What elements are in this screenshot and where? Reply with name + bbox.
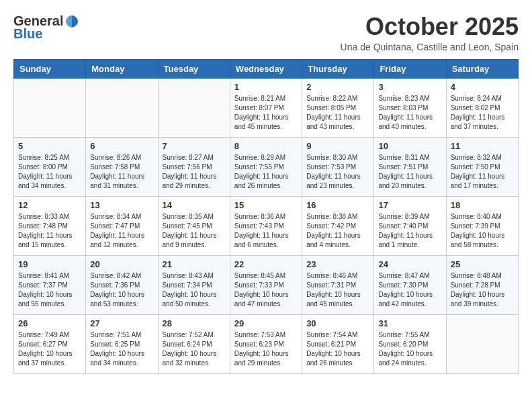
day-info: Sunrise: 8:30 AMSunset: 7:53 PMDaylight:… [306, 153, 369, 191]
day-info: Sunrise: 8:41 AMSunset: 7:37 PMDaylight:… [18, 271, 81, 309]
calendar-cell: 27Sunrise: 7:51 AMSunset: 6:25 PMDayligh… [86, 314, 158, 373]
day-info: Sunrise: 8:26 AMSunset: 7:58 PMDaylight:… [90, 153, 153, 191]
calendar-cell: 20Sunrise: 8:42 AMSunset: 7:36 PMDayligh… [86, 255, 158, 314]
day-number: 9 [306, 141, 369, 151]
day-info: Sunrise: 8:23 AMSunset: 8:03 PMDaylight:… [378, 94, 441, 132]
calendar-cell: 19Sunrise: 8:41 AMSunset: 7:37 PMDayligh… [14, 255, 86, 314]
day-info: Sunrise: 8:47 AMSunset: 7:30 PMDaylight:… [378, 271, 441, 309]
day-info: Sunrise: 8:21 AMSunset: 8:07 PMDaylight:… [234, 94, 298, 132]
day-number: 21 [163, 259, 226, 269]
calendar-table: SundayMondayTuesdayWednesdayThursdayFrid… [13, 59, 519, 374]
calendar-cell: 16Sunrise: 8:38 AMSunset: 7:42 PMDayligh… [302, 196, 374, 255]
day-number: 13 [90, 200, 153, 210]
calendar-cell: 2Sunrise: 8:22 AMSunset: 8:05 PMDaylight… [302, 78, 374, 137]
day-info: Sunrise: 8:46 AMSunset: 7:31 PMDaylight:… [306, 271, 369, 309]
calendar-cell: 12Sunrise: 8:33 AMSunset: 7:48 PMDayligh… [14, 196, 86, 255]
calendar-cell: 15Sunrise: 8:36 AMSunset: 7:43 PMDayligh… [230, 196, 302, 255]
day-info: Sunrise: 8:32 AMSunset: 7:50 PMDaylight:… [451, 153, 514, 191]
day-info: Sunrise: 7:49 AMSunset: 6:27 PMDaylight:… [18, 330, 81, 368]
day-info: Sunrise: 8:40 AMSunset: 7:39 PMDaylight:… [451, 212, 514, 250]
day-number: 10 [378, 141, 441, 151]
weekday-header-row: SundayMondayTuesdayWednesdayThursdayFrid… [14, 59, 519, 78]
calendar-cell: 4Sunrise: 8:24 AMSunset: 8:02 PMDaylight… [446, 78, 518, 137]
day-number: 29 [234, 318, 298, 328]
calendar-cell: 29Sunrise: 7:53 AMSunset: 6:23 PMDayligh… [230, 314, 302, 373]
calendar-cell: 25Sunrise: 8:48 AMSunset: 7:28 PMDayligh… [446, 255, 518, 314]
calendar-cell: 7Sunrise: 8:27 AMSunset: 7:56 PMDaylight… [158, 137, 230, 196]
calendar-week-row: 12Sunrise: 8:33 AMSunset: 7:48 PMDayligh… [14, 196, 519, 255]
title-block: October 2025 Una de Quintana, Castille a… [341, 13, 519, 52]
day-number: 7 [163, 141, 226, 151]
calendar-cell: 10Sunrise: 8:31 AMSunset: 7:51 PMDayligh… [374, 137, 446, 196]
calendar-cell: 9Sunrise: 8:30 AMSunset: 7:53 PMDaylight… [302, 137, 374, 196]
day-info: Sunrise: 7:53 AMSunset: 6:23 PMDaylight:… [234, 330, 298, 368]
day-info: Sunrise: 8:27 AMSunset: 7:56 PMDaylight:… [163, 153, 226, 191]
calendar-cell: 18Sunrise: 8:40 AMSunset: 7:39 PMDayligh… [446, 196, 518, 255]
day-info: Sunrise: 8:39 AMSunset: 7:40 PMDaylight:… [378, 212, 441, 250]
day-number: 6 [90, 141, 153, 151]
day-info: Sunrise: 8:25 AMSunset: 8:00 PMDaylight:… [18, 153, 81, 191]
day-info: Sunrise: 8:43 AMSunset: 7:34 PMDaylight:… [163, 271, 226, 309]
day-number: 17 [378, 200, 441, 210]
calendar-cell: 31Sunrise: 7:55 AMSunset: 6:20 PMDayligh… [374, 314, 446, 373]
calendar-cell: 22Sunrise: 8:45 AMSunset: 7:33 PMDayligh… [230, 255, 302, 314]
weekday-header: Friday [374, 59, 446, 78]
calendar-cell: 11Sunrise: 8:32 AMSunset: 7:50 PMDayligh… [446, 137, 518, 196]
calendar-cell: 21Sunrise: 8:43 AMSunset: 7:34 PMDayligh… [158, 255, 230, 314]
day-number: 31 [378, 318, 441, 328]
weekday-header: Saturday [446, 59, 518, 78]
calendar-cell: 8Sunrise: 8:29 AMSunset: 7:55 PMDaylight… [230, 137, 302, 196]
calendar-cell: 3Sunrise: 8:23 AMSunset: 8:03 PMDaylight… [374, 78, 446, 137]
day-info: Sunrise: 8:35 AMSunset: 7:45 PMDaylight:… [163, 212, 226, 250]
day-number: 3 [378, 82, 441, 92]
location-subtitle: Una de Quintana, Castille and Leon, Spai… [341, 42, 519, 52]
day-info: Sunrise: 8:31 AMSunset: 7:51 PMDaylight:… [378, 153, 441, 191]
day-number: 28 [163, 318, 226, 328]
calendar-cell [158, 78, 230, 137]
day-number: 15 [234, 200, 298, 210]
calendar-cell: 26Sunrise: 7:49 AMSunset: 6:27 PMDayligh… [14, 314, 86, 373]
day-number: 23 [306, 259, 369, 269]
day-number: 25 [451, 259, 514, 269]
day-info: Sunrise: 7:51 AMSunset: 6:25 PMDaylight:… [90, 330, 153, 368]
logo-blue-text: Blue [13, 26, 42, 42]
logo-bird-icon [64, 14, 79, 29]
weekday-header: Thursday [302, 59, 374, 78]
calendar-week-row: 1Sunrise: 8:21 AMSunset: 8:07 PMDaylight… [14, 78, 519, 137]
logo: General Blue [13, 13, 79, 42]
calendar-cell: 13Sunrise: 8:34 AMSunset: 7:47 PMDayligh… [86, 196, 158, 255]
day-info: Sunrise: 8:29 AMSunset: 7:55 PMDaylight:… [234, 153, 298, 191]
day-number: 11 [451, 141, 514, 151]
calendar-cell [14, 78, 86, 137]
calendar-week-row: 19Sunrise: 8:41 AMSunset: 7:37 PMDayligh… [14, 255, 519, 314]
day-number: 27 [90, 318, 153, 328]
day-info: Sunrise: 8:45 AMSunset: 7:33 PMDaylight:… [234, 271, 298, 309]
day-number: 20 [90, 259, 153, 269]
day-number: 30 [306, 318, 369, 328]
calendar-cell: 28Sunrise: 7:52 AMSunset: 6:24 PMDayligh… [158, 314, 230, 373]
calendar-cell: 1Sunrise: 8:21 AMSunset: 8:07 PMDaylight… [230, 78, 302, 137]
day-info: Sunrise: 8:38 AMSunset: 7:42 PMDaylight:… [306, 212, 369, 250]
day-info: Sunrise: 7:55 AMSunset: 6:20 PMDaylight:… [378, 330, 441, 368]
day-info: Sunrise: 8:34 AMSunset: 7:47 PMDaylight:… [90, 212, 153, 250]
day-info: Sunrise: 8:48 AMSunset: 7:28 PMDaylight:… [451, 271, 514, 309]
day-info: Sunrise: 8:36 AMSunset: 7:43 PMDaylight:… [234, 212, 298, 250]
day-number: 5 [18, 141, 81, 151]
calendar-cell: 24Sunrise: 8:47 AMSunset: 7:30 PMDayligh… [374, 255, 446, 314]
calendar-cell: 14Sunrise: 8:35 AMSunset: 7:45 PMDayligh… [158, 196, 230, 255]
day-info: Sunrise: 8:42 AMSunset: 7:36 PMDaylight:… [90, 271, 153, 309]
day-info: Sunrise: 7:52 AMSunset: 6:24 PMDaylight:… [163, 330, 226, 368]
weekday-header: Wednesday [230, 59, 302, 78]
day-number: 22 [234, 259, 298, 269]
weekday-header: Monday [86, 59, 158, 78]
day-info: Sunrise: 8:33 AMSunset: 7:48 PMDaylight:… [18, 212, 81, 250]
calendar-cell: 17Sunrise: 8:39 AMSunset: 7:40 PMDayligh… [374, 196, 446, 255]
calendar-cell: 30Sunrise: 7:54 AMSunset: 6:21 PMDayligh… [302, 314, 374, 373]
day-number: 14 [163, 200, 226, 210]
page-header: General Blue October 2025 Una de Quintan… [13, 13, 519, 52]
weekday-header: Sunday [14, 59, 86, 78]
day-number: 12 [18, 200, 81, 210]
day-number: 2 [306, 82, 369, 92]
calendar-week-row: 5Sunrise: 8:25 AMSunset: 8:00 PMDaylight… [14, 137, 519, 196]
weekday-header: Tuesday [158, 59, 230, 78]
